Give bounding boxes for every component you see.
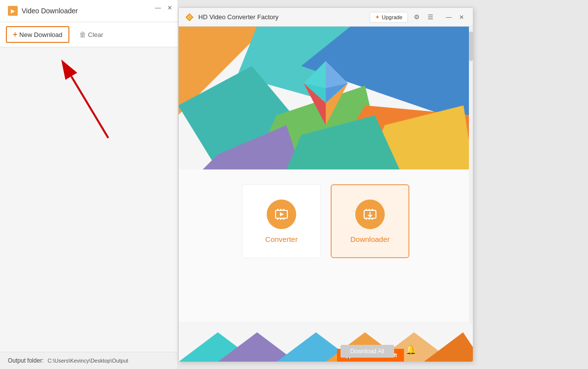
upgrade-icon: ✦ [375, 14, 380, 21]
converter-icon [267, 200, 296, 229]
left-panel-title: Video Downloader [22, 7, 78, 15]
right-panel: HD Video Converter Factory ✦ Upgrade ⚙ ☰… [178, 7, 473, 362]
downloader-icon [355, 200, 385, 229]
alarm-button[interactable]: 🔔 [403, 342, 419, 358]
output-folder-label: Output folder: [8, 357, 44, 364]
menu-icon[interactable]: ☰ [426, 12, 435, 22]
svg-rect-21 [277, 209, 279, 211]
downloader-label: Downloader [350, 235, 390, 243]
left-window-controls: — ✕ [154, 4, 174, 12]
titlebar-icons: ⚙ ☰ [412, 12, 435, 22]
svg-rect-31 [371, 209, 373, 211]
left-minimize-btn[interactable]: — [154, 4, 162, 12]
converter-card[interactable]: Converter [242, 184, 321, 258]
hero-background [179, 27, 473, 169]
titlebar-window-controls: — ✕ [443, 12, 467, 23]
svg-rect-32 [366, 218, 367, 220]
right-close-btn[interactable]: ✕ [456, 12, 467, 23]
svg-rect-24 [277, 218, 279, 220]
right-minimize-btn[interactable]: — [443, 12, 454, 23]
svg-rect-34 [371, 218, 373, 220]
left-content-area [0, 47, 178, 352]
svg-rect-25 [280, 218, 281, 220]
left-close-btn[interactable]: ✕ [166, 4, 174, 12]
new-download-button[interactable]: + New Download [6, 26, 69, 43]
right-bottom-area: 🦊 WonderFox Soft Download All 🔔 [179, 322, 473, 362]
plus-icon: + [13, 30, 17, 39]
mode-cards: Converter [242, 184, 409, 258]
converter-svg-icon [274, 206, 289, 222]
right-titlebar: HD Video Converter Factory ✦ Upgrade ⚙ ☰… [179, 8, 473, 27]
hero-area [179, 27, 473, 169]
scrollbar-thumb[interactable] [469, 32, 473, 61]
trash-icon: 🗑 [79, 31, 86, 38]
output-folder-path: C:\Users\Kevincy\Desktop\Output [48, 358, 128, 364]
svg-rect-30 [369, 209, 370, 211]
svg-rect-26 [283, 218, 284, 220]
clear-label: Clear [88, 31, 103, 38]
left-footer: Output folder: C:\Users\Kevincy\Desktop\… [0, 352, 178, 369]
upgrade-label: Upgrade [382, 14, 402, 20]
bottom-decoration [179, 323, 473, 362]
main-content: Converter [179, 169, 473, 322]
clear-button[interactable]: 🗑 Clear [79, 31, 103, 38]
svg-rect-23 [283, 209, 284, 211]
settings-icon[interactable]: ⚙ [412, 12, 422, 22]
app-title: HD Video Converter Factory [198, 13, 366, 21]
alarm-icon: 🔔 [405, 344, 416, 355]
right-scrollbar[interactable] [469, 27, 473, 322]
new-download-label: New Download [19, 31, 62, 38]
svg-marker-3 [186, 14, 192, 20]
left-toolbar: + New Download 🗑 Clear [0, 22, 178, 47]
svg-marker-27 [280, 212, 284, 216]
left-header: ▶ Video Downloader [0, 0, 178, 22]
app-logo-icon [185, 12, 194, 22]
converter-label: Converter [265, 235, 298, 243]
svg-rect-29 [366, 209, 367, 211]
svg-rect-22 [280, 209, 281, 211]
video-downloader-icon: ▶ [8, 6, 18, 16]
svg-rect-33 [369, 218, 370, 220]
downloader-svg-icon [362, 206, 378, 222]
upgrade-button[interactable]: ✦ Upgrade [370, 12, 408, 23]
downloader-card[interactable]: Downloader [331, 184, 409, 258]
left-panel: — ✕ ▶ Video Downloader + New Download 🗑 … [0, 0, 178, 369]
download-all-button[interactable]: Download All [340, 345, 394, 358]
